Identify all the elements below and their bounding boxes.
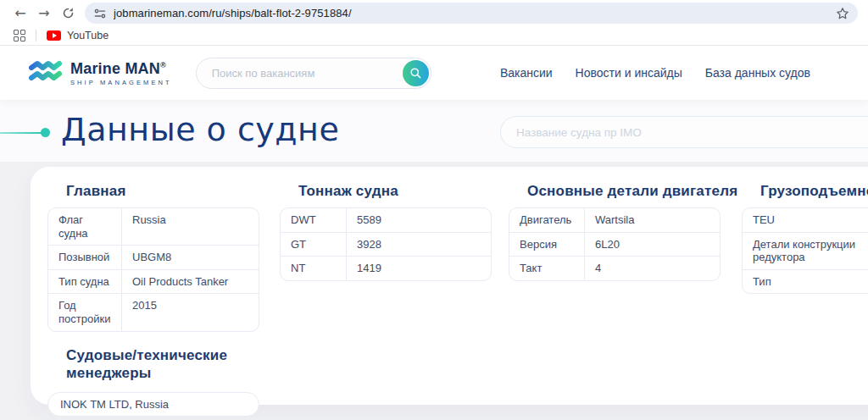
table-row: Тип	[743, 269, 868, 294]
main-table: Флаг судна Russia Позывной UBGM8 Тип суд…	[47, 207, 259, 332]
bookmarks-bar: YouTube	[0, 26, 868, 45]
reload-icon	[62, 7, 75, 19]
ship-search	[500, 116, 868, 148]
manager-item: INOK TM LTD, Russia	[47, 392, 259, 417]
logo-title: Marine MAN®	[70, 60, 166, 77]
main-nav: Вакансии Новости и инсайды База данных с…	[500, 66, 810, 80]
vacancy-search-input[interactable]	[196, 58, 431, 89]
table-row: TEU	[743, 208, 868, 232]
row-value: 4	[585, 257, 720, 280]
row-label: Тип судна	[48, 270, 122, 294]
ship-data-card: Главная Флаг судна Russia Позывной UBGM8…	[31, 167, 868, 405]
registered-mark: ®	[160, 61, 166, 69]
bookmark-label: YouTube	[67, 30, 108, 41]
section-title: Основные детали двигателя	[527, 183, 721, 200]
row-label: Флаг судна	[48, 208, 122, 245]
row-value: 5589	[347, 208, 491, 232]
row-label: Версия	[509, 233, 585, 257]
tonnage-table: DWT 5589 GT 3928 NT 1419	[280, 207, 492, 281]
nav-link-news[interactable]: Новости и инсайды	[576, 66, 682, 80]
row-label: GT	[281, 233, 347, 257]
table-row: Год постройки 2015	[48, 293, 259, 330]
bookmark-youtube[interactable]: YouTube	[47, 30, 108, 41]
row-label: NT	[281, 257, 347, 280]
row-value: UBGM8	[122, 246, 259, 269]
row-label: Детали конструкции редуктора	[743, 233, 868, 269]
title-accent-line	[0, 132, 42, 134]
bookmarks-divider	[36, 30, 36, 41]
page-title: Данные о судне	[61, 111, 339, 148]
table-row: Флаг судна Russia	[48, 208, 259, 245]
managers-title: Судовые/технические менеджеры	[66, 346, 265, 383]
row-label: Позывной	[48, 246, 122, 269]
browser-chrome: ← → jobmarineman.com/ru/ship	[0, 0, 868, 46]
table-row: DWT 5589	[281, 208, 491, 232]
row-value: 3928	[347, 233, 491, 257]
url-text: jobmarineman.com/ru/ships/balt-flot-2-97…	[114, 7, 828, 19]
table-row: GT 3928	[281, 232, 491, 257]
forward-button[interactable]: →	[32, 3, 56, 25]
table-row: Тип судна Oil Products Tanker	[48, 269, 259, 294]
row-value: 1419	[347, 257, 491, 280]
browser-toolbar: ← → jobmarineman.com/ru/ship	[0, 0, 868, 26]
youtube-icon	[47, 30, 61, 41]
row-label: DWT	[281, 208, 347, 232]
nav-link-ship-database[interactable]: База данных судов	[705, 66, 810, 80]
apps-grid-icon[interactable]	[14, 30, 25, 41]
logo-subtitle: SHIP MANAGEMENT	[70, 79, 172, 86]
row-value: 6L20	[585, 233, 720, 257]
section-title: Тоннаж судна	[298, 183, 492, 200]
table-row: Версия 6L20	[509, 232, 720, 257]
nav-link-vacancies[interactable]: Вакансии	[500, 66, 553, 80]
row-label: Двигатель	[509, 208, 585, 232]
back-arrow-icon: ←	[14, 5, 25, 21]
site-header: Marine MAN® SHIP MANAGEMENT Вакансии Нов…	[0, 46, 868, 100]
table-row: Двигатель Wartsila	[509, 208, 720, 232]
section-main: Главная Флаг судна Russia Позывной UBGM8…	[47, 167, 259, 417]
section-title: Главная	[66, 183, 259, 200]
row-value: Oil Products Tanker	[122, 270, 259, 294]
section-engine: Основные детали двигателя Двигатель Wart…	[509, 167, 721, 281]
forward-arrow-icon: →	[38, 5, 49, 21]
section-capacity: Грузоподъемность TEU Детали конструкции …	[742, 167, 868, 294]
back-button[interactable]: ←	[8, 3, 32, 25]
search-icon	[409, 67, 422, 80]
row-label: Тип	[743, 270, 868, 294]
section-tonnage: Тоннаж судна DWT 5589 GT 3928 NT 1419	[280, 167, 492, 281]
table-row: Такт 4	[509, 256, 720, 280]
table-row: Позывной UBGM8	[48, 245, 259, 269]
url-bar[interactable]: jobmarineman.com/ru/ships/balt-flot-2-97…	[85, 3, 858, 24]
row-value: 2015	[122, 294, 259, 330]
ship-search-input[interactable]	[500, 116, 868, 148]
site-settings-icon[interactable]	[94, 8, 106, 19]
row-label: Такт	[509, 257, 585, 280]
row-label: Год постройки	[48, 294, 122, 330]
reload-button[interactable]	[56, 3, 80, 25]
vacancy-search-button[interactable]	[403, 60, 429, 86]
logo-waves-icon	[29, 60, 63, 86]
table-row: Детали конструкции редуктора	[743, 232, 868, 269]
title-accent-dot-icon	[41, 128, 50, 137]
row-value: Wartsila	[585, 208, 720, 232]
capacity-table: TEU Детали конструкции редуктора Тип	[742, 207, 868, 294]
table-row: NT 1419	[281, 256, 491, 280]
page-title-band: Данные о судне	[0, 100, 868, 163]
row-value: Russia	[122, 208, 259, 245]
row-label: TEU	[743, 208, 868, 232]
section-title: Грузоподъемность	[760, 183, 868, 200]
vacancy-search	[196, 58, 431, 89]
engine-table: Двигатель Wartsila Версия 6L20 Такт 4	[509, 207, 721, 281]
site-logo[interactable]: Marine MAN® SHIP MANAGEMENT	[29, 60, 172, 86]
bookmark-star-icon[interactable]	[836, 7, 849, 20]
